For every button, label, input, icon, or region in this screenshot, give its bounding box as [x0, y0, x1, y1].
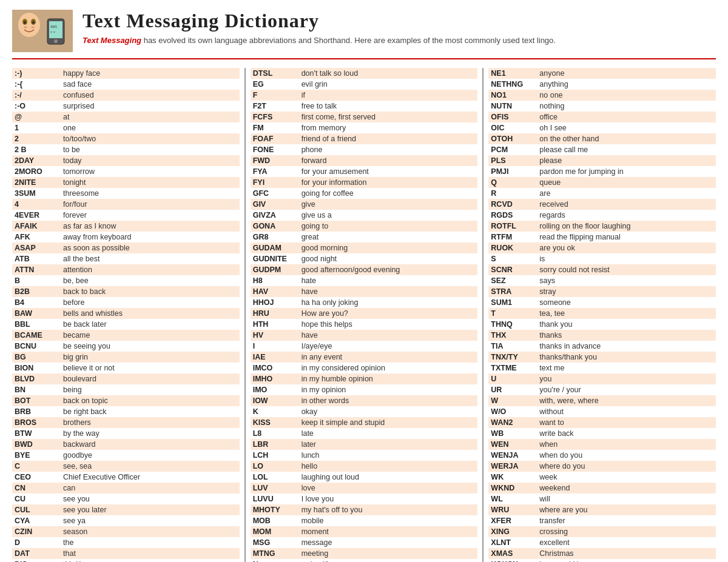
meaning: please — [539, 156, 562, 165]
meaning: message — [302, 538, 332, 547]
abbreviation: BCAME — [15, 331, 63, 340]
dict-row: 2 Bto be — [12, 144, 240, 155]
dict-row: B2Bback to back — [12, 286, 240, 297]
dict-row: GUDAMgood morning — [251, 243, 478, 253]
meaning: don't talk so loud — [302, 69, 358, 78]
abbreviation: FYI — [253, 178, 302, 187]
meaning: okay — [302, 407, 317, 416]
meaning: big grin — [63, 353, 88, 361]
dict-row: XINGcrossing — [488, 526, 716, 537]
dict-row: Uyou — [488, 373, 716, 384]
meaning: being — [63, 386, 82, 394]
abbreviation: HAV — [253, 287, 302, 296]
meaning: by the way — [63, 429, 99, 438]
meaning: without — [539, 407, 564, 416]
abbreviation: W/O — [491, 407, 539, 416]
meaning: received — [539, 200, 568, 209]
meaning: please call me — [539, 146, 588, 154]
abbreviation: XFER — [491, 517, 539, 525]
meaning: says — [539, 276, 555, 285]
abbreviation: SUM1 — [491, 298, 539, 307]
meaning: late — [302, 429, 314, 438]
abbreviation: IMCO — [253, 364, 302, 372]
dict-row: 2NITEtonight — [12, 177, 240, 188]
meaning: can — [63, 484, 75, 492]
abbreviation: GUDAM — [253, 244, 302, 252]
dict-row: KISSkeep it simple and stupid — [251, 417, 478, 428]
meaning: be, bee — [63, 276, 89, 285]
dict-row: CEOChief Executive Officer — [12, 472, 240, 483]
abbreviation: BYE — [15, 451, 63, 460]
dict-row: WBwrite back — [488, 428, 716, 439]
meaning: hello — [302, 462, 317, 470]
dict-row: 2MOROtomorrow — [12, 166, 240, 177]
meaning: friend of a friend — [302, 135, 356, 143]
meaning: regards — [539, 211, 565, 219]
svg-point-1 — [18, 13, 40, 37]
dict-row: Kokay — [251, 406, 478, 417]
abbreviation: FONE — [253, 146, 302, 154]
page-title: Text Messaging Dictionary — [83, 10, 556, 32]
abbreviation: FYA — [253, 167, 302, 176]
abbreviation: HV — [253, 331, 302, 340]
meaning: today — [63, 156, 82, 165]
abbreviation: 2 — [15, 135, 63, 143]
dict-row: DTSLdon't talk so loud — [251, 68, 478, 79]
meaning: in other words — [302, 396, 349, 405]
meaning: for your information — [302, 178, 367, 187]
abbreviation: AFAIK — [15, 222, 63, 230]
abbreviation: DAT — [15, 549, 63, 558]
meaning: give us a — [302, 211, 332, 219]
meaning: phone — [302, 146, 323, 154]
abbreviation: B2B — [15, 287, 63, 296]
abbreviation: BION — [15, 364, 63, 372]
meaning: attention — [63, 266, 92, 274]
meaning: before — [63, 298, 84, 307]
dict-row: Qqueue — [488, 177, 716, 188]
dict-row: OFISoffice — [488, 112, 716, 122]
meaning: rolling on the floor laughing — [539, 222, 630, 230]
dict-row: BCNUbe seeing you — [12, 341, 240, 352]
meaning: thanks — [539, 331, 562, 340]
dict-row: :-)happy face — [12, 68, 240, 79]
meaning: evil grin — [302, 80, 328, 89]
abbreviation: BROS — [15, 418, 63, 427]
abbreviation: NUTN — [491, 102, 539, 110]
dict-row: 4EVERforever — [12, 210, 240, 221]
meaning: all the best — [63, 255, 99, 263]
meaning: see, sea — [63, 462, 92, 470]
abbreviation: RCVD — [491, 200, 539, 209]
meaning: Chief Executive Officer — [63, 473, 140, 481]
abbreviation: T — [491, 309, 539, 318]
meaning: for your amusement — [302, 167, 369, 176]
meaning: oh I see — [539, 124, 566, 132]
meaning: is — [539, 255, 545, 263]
dict-row: XMASChristmas — [488, 548, 716, 559]
dict-row: GFCgoing for coffee — [251, 188, 478, 199]
abbreviation: SEZ — [491, 276, 539, 285]
abbreviation: LUV — [253, 484, 302, 492]
meaning: Christmas — [539, 549, 573, 558]
meaning: where do you — [539, 462, 585, 470]
meaning: see you later — [63, 506, 107, 514]
dict-row: WLwill — [488, 493, 716, 504]
page: SMS ►◄ Text Messaging Dictionary Text Me… — [0, 0, 728, 562]
abbreviation: 3SUM — [15, 189, 63, 198]
abbreviation: B4 — [15, 298, 63, 307]
abbreviation: PLS — [491, 156, 539, 165]
abbreviation: TIA — [491, 342, 539, 350]
dict-row: IMHOin my humble opinion — [251, 373, 478, 384]
meaning: backward — [63, 440, 96, 449]
meaning: stray — [539, 287, 556, 296]
meaning: going to — [302, 222, 328, 230]
abbreviation: BCNU — [15, 342, 63, 350]
dict-row: 2to/too/two — [12, 133, 240, 144]
meaning: good night — [302, 255, 337, 263]
abbreviation: FM — [253, 124, 302, 132]
meaning: season — [63, 527, 87, 536]
dict-row: RUOKare you ok — [488, 243, 716, 253]
dict-row: PMJIpardon me for jumping in — [488, 166, 716, 177]
svg-point-7 — [31, 27, 35, 28]
meaning: back to back — [63, 287, 106, 296]
abbreviation: CZIN — [15, 527, 63, 536]
